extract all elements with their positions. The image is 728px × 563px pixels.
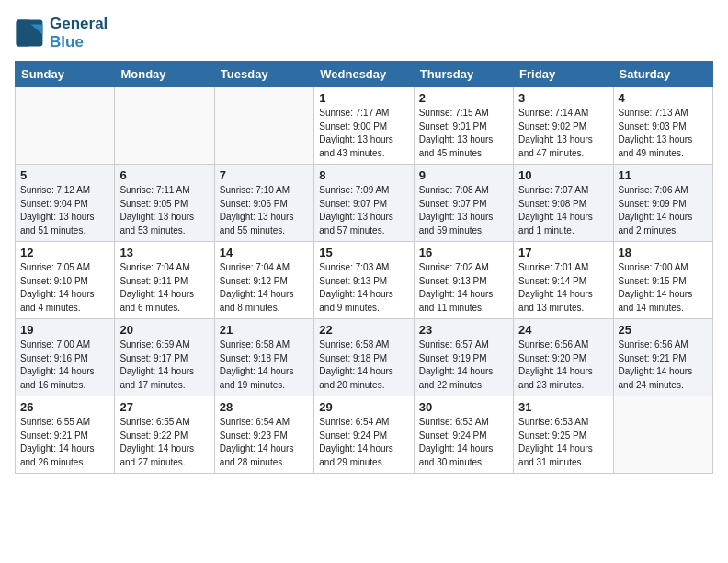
calendar-cell: 9Sunrise: 7:08 AMSunset: 9:07 PMDaylight… [414,165,513,242]
calendar-cell: 11Sunrise: 7:06 AMSunset: 9:09 PMDayligh… [613,165,712,242]
calendar-cell: 5Sunrise: 7:12 AMSunset: 9:04 PMDaylight… [16,165,115,242]
day-number: 7 [220,168,309,182]
calendar-cell [613,396,712,474]
calendar-cell: 3Sunrise: 7:14 AMSunset: 9:02 PMDaylight… [514,87,613,165]
day-info: Sunrise: 7:09 AMSunset: 9:07 PMDaylight:… [319,184,408,237]
calendar-cell: 23Sunrise: 6:57 AMSunset: 9:19 PMDayligh… [414,319,513,396]
day-number: 13 [119,246,209,259]
calendar-header-sunday: Sunday [16,62,115,87]
calendar-cell: 16Sunrise: 7:02 AMSunset: 9:13 PMDayligh… [414,242,513,319]
day-info: Sunrise: 6:56 AMSunset: 9:21 PMDaylight:… [619,339,708,392]
calendar-cell: 22Sunrise: 6:58 AMSunset: 9:18 PMDayligh… [314,319,414,396]
day-info: Sunrise: 7:02 AMSunset: 9:13 PMDaylight:… [419,261,508,315]
page-header: General Blue [15,15,713,52]
calendar-cell [214,87,313,165]
day-info: Sunrise: 7:14 AMSunset: 9:02 PMDaylight:… [518,107,608,160]
calendar-header-friday: Friday [514,62,613,87]
calendar-cell: 18Sunrise: 7:00 AMSunset: 9:15 PMDayligh… [613,242,712,319]
day-info: Sunrise: 7:08 AMSunset: 9:07 PMDaylight:… [419,184,508,237]
calendar-cell: 12Sunrise: 7:05 AMSunset: 9:10 PMDayligh… [16,242,115,319]
day-info: Sunrise: 6:58 AMSunset: 9:18 PMDaylight:… [220,339,309,392]
day-number: 30 [419,400,508,414]
day-number: 3 [518,91,608,105]
day-info: Sunrise: 6:54 AMSunset: 9:24 PMDaylight:… [319,416,408,469]
calendar-week-row: 12Sunrise: 7:05 AMSunset: 9:10 PMDayligh… [16,242,713,319]
day-number: 12 [20,246,109,259]
calendar-cell: 24Sunrise: 6:56 AMSunset: 9:20 PMDayligh… [514,319,613,396]
day-number: 16 [419,246,508,259]
calendar-table: SundayMondayTuesdayWednesdayThursdayFrid… [15,61,713,474]
calendar-header-row: SundayMondayTuesdayWednesdayThursdayFrid… [16,62,713,87]
calendar-cell: 15Sunrise: 7:03 AMSunset: 9:13 PMDayligh… [314,242,414,319]
calendar-cell: 31Sunrise: 6:53 AMSunset: 9:25 PMDayligh… [514,396,613,474]
day-number: 19 [20,323,109,337]
day-number: 6 [119,168,209,182]
day-info: Sunrise: 6:58 AMSunset: 9:18 PMDaylight:… [319,339,408,392]
day-number: 15 [319,246,408,259]
day-number: 17 [518,246,608,259]
calendar-cell: 8Sunrise: 7:09 AMSunset: 9:07 PMDaylight… [314,165,414,242]
calendar-header-thursday: Thursday [414,62,513,87]
day-info: Sunrise: 7:10 AMSunset: 9:06 PMDaylight:… [220,184,309,237]
calendar-cell: 2Sunrise: 7:15 AMSunset: 9:01 PMDaylight… [414,87,513,165]
logo: General Blue [15,15,108,52]
logo-icon [15,18,44,48]
calendar-week-row: 19Sunrise: 7:00 AMSunset: 9:16 PMDayligh… [16,319,713,396]
day-info: Sunrise: 7:04 AMSunset: 9:12 PMDaylight:… [220,261,309,315]
day-number: 24 [518,323,608,337]
calendar-cell: 17Sunrise: 7:01 AMSunset: 9:14 PMDayligh… [514,242,613,319]
calendar-cell: 30Sunrise: 6:53 AMSunset: 9:24 PMDayligh… [414,396,513,474]
calendar-cell: 7Sunrise: 7:10 AMSunset: 9:06 PMDaylight… [214,165,313,242]
day-number: 2 [419,91,508,105]
day-info: Sunrise: 7:00 AMSunset: 9:16 PMDaylight:… [20,339,109,392]
calendar-cell: 28Sunrise: 6:54 AMSunset: 9:23 PMDayligh… [214,396,313,474]
logo-text: General Blue [50,15,108,52]
calendar-cell: 10Sunrise: 7:07 AMSunset: 9:08 PMDayligh… [514,165,613,242]
calendar-cell: 21Sunrise: 6:58 AMSunset: 9:18 PMDayligh… [214,319,313,396]
day-number: 4 [619,91,708,105]
day-info: Sunrise: 7:11 AMSunset: 9:05 PMDaylight:… [119,184,209,237]
calendar-header-monday: Monday [115,62,214,87]
calendar-cell: 13Sunrise: 7:04 AMSunset: 9:11 PMDayligh… [115,242,214,319]
day-number: 20 [119,323,209,337]
day-number: 25 [619,323,708,337]
calendar-cell: 29Sunrise: 6:54 AMSunset: 9:24 PMDayligh… [314,396,414,474]
calendar-week-row: 26Sunrise: 6:55 AMSunset: 9:21 PMDayligh… [16,396,713,474]
calendar-cell: 1Sunrise: 7:17 AMSunset: 9:00 PMDaylight… [314,87,414,165]
calendar-header-saturday: Saturday [613,62,712,87]
day-info: Sunrise: 7:13 AMSunset: 9:03 PMDaylight:… [619,107,708,160]
day-info: Sunrise: 6:55 AMSunset: 9:21 PMDaylight:… [20,416,109,469]
day-number: 5 [20,168,109,182]
calendar-cell [16,87,115,165]
calendar-cell: 27Sunrise: 6:55 AMSunset: 9:22 PMDayligh… [115,396,214,474]
day-info: Sunrise: 7:12 AMSunset: 9:04 PMDaylight:… [20,184,109,237]
day-info: Sunrise: 6:57 AMSunset: 9:19 PMDaylight:… [419,339,508,392]
day-info: Sunrise: 6:55 AMSunset: 9:22 PMDaylight:… [119,416,209,469]
day-number: 9 [419,168,508,182]
day-info: Sunrise: 6:56 AMSunset: 9:20 PMDaylight:… [518,339,608,392]
calendar-cell: 6Sunrise: 7:11 AMSunset: 9:05 PMDaylight… [115,165,214,242]
day-number: 31 [518,400,608,414]
svg-rect-2 [17,20,31,47]
day-info: Sunrise: 6:59 AMSunset: 9:17 PMDaylight:… [119,339,209,392]
day-info: Sunrise: 7:05 AMSunset: 9:10 PMDaylight:… [20,261,109,315]
day-info: Sunrise: 7:04 AMSunset: 9:11 PMDaylight:… [119,261,209,315]
day-number: 18 [619,246,708,259]
day-number: 23 [419,323,508,337]
day-number: 26 [20,400,109,414]
day-info: Sunrise: 7:00 AMSunset: 9:15 PMDaylight:… [619,261,708,315]
calendar-week-row: 1Sunrise: 7:17 AMSunset: 9:00 PMDaylight… [16,87,713,165]
day-info: Sunrise: 6:53 AMSunset: 9:24 PMDaylight:… [419,416,508,469]
calendar-header-wednesday: Wednesday [314,62,414,87]
day-info: Sunrise: 7:03 AMSunset: 9:13 PMDaylight:… [319,261,408,315]
day-number: 10 [518,168,608,182]
day-number: 29 [319,400,408,414]
day-info: Sunrise: 6:53 AMSunset: 9:25 PMDaylight:… [518,416,608,469]
day-number: 8 [319,168,408,182]
calendar-header-tuesday: Tuesday [214,62,313,87]
day-info: Sunrise: 7:06 AMSunset: 9:09 PMDaylight:… [619,184,708,237]
calendar-cell: 19Sunrise: 7:00 AMSunset: 9:16 PMDayligh… [16,319,115,396]
calendar-week-row: 5Sunrise: 7:12 AMSunset: 9:04 PMDaylight… [16,165,713,242]
day-number: 1 [319,91,408,105]
day-number: 14 [220,246,309,259]
